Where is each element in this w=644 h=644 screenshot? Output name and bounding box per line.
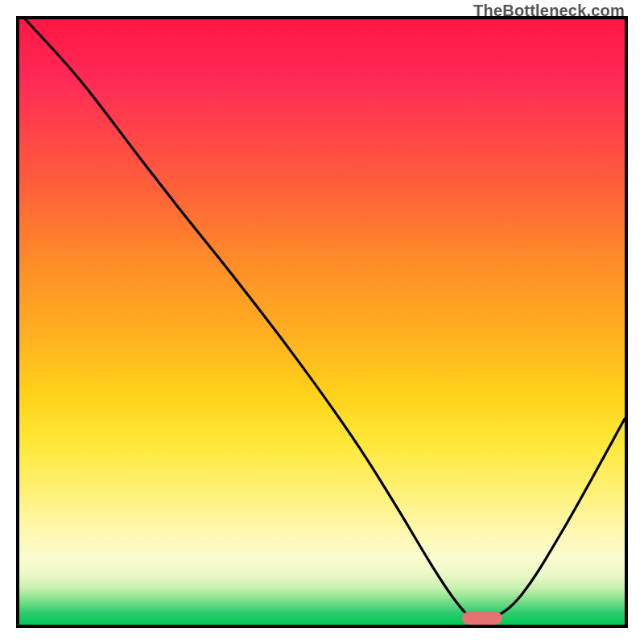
curve-path xyxy=(26,19,625,621)
chart-curve xyxy=(19,19,625,625)
chart-frame xyxy=(16,16,628,628)
optimal-marker xyxy=(462,612,502,625)
